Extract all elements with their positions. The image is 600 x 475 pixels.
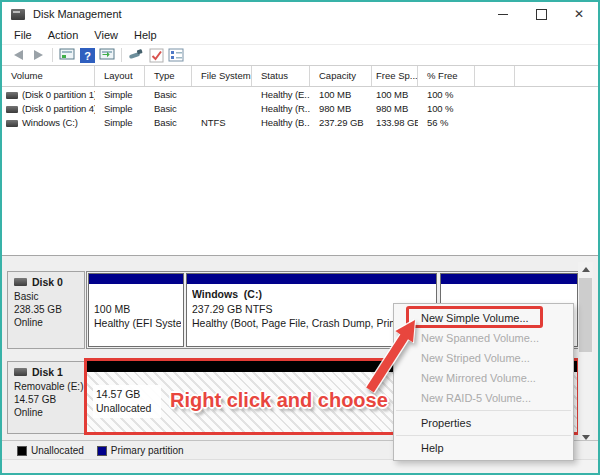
- scrollbar-thumb[interactable]: [579, 278, 592, 352]
- col-file-system[interactable]: File System: [192, 66, 252, 86]
- legend-unallocated-label: Unallocated: [31, 445, 84, 456]
- col-empty: [475, 66, 515, 86]
- menu-separator: [396, 410, 571, 411]
- menu-file[interactable]: File: [6, 29, 40, 41]
- col-volume[interactable]: Volume: [2, 66, 95, 86]
- scroll-up-button[interactable]: [578, 262, 593, 276]
- unallocated-label: 14.57 GB Unallocated: [93, 385, 161, 418]
- disk-tool-button[interactable]: [126, 46, 146, 64]
- cell-volume: Windows (C:): [22, 116, 78, 130]
- back-button[interactable]: [8, 46, 28, 64]
- cell-pct-free: 100 %: [418, 102, 475, 116]
- partition-color-bar: [441, 274, 577, 284]
- svg-text:?: ?: [84, 49, 91, 61]
- cell-pct-free: 100 %: [418, 88, 475, 102]
- cell-status: Healthy (R...: [252, 102, 310, 116]
- cell-capacity: 237.29 GB: [310, 116, 372, 130]
- table-row[interactable]: (Disk 0 partition 4) Simple Basic Health…: [2, 102, 598, 116]
- legend-primary-partition-label: Primary partition: [111, 445, 184, 456]
- partition-size: 100 MB: [94, 303, 181, 315]
- menu-bar: File Action View Help: [2, 26, 598, 45]
- disk1-type: Removable (E:): [14, 380, 84, 393]
- disk-tool-icon: [128, 48, 144, 62]
- partition-color-bar: [187, 274, 436, 284]
- menu-item-new-striped-volume: New Striped Volume...: [394, 348, 573, 368]
- col-free-space[interactable]: Free Sp...: [372, 66, 418, 86]
- minimize-icon: [498, 14, 508, 15]
- forward-button[interactable]: [28, 46, 48, 64]
- volume-list: Volume Layout Type File System Status Ca…: [2, 65, 598, 256]
- disk0-type: Basic: [14, 290, 84, 303]
- disk0-size: 238.35 GB: [14, 303, 84, 316]
- help-button[interactable]: ?: [77, 46, 97, 64]
- col-layout[interactable]: Layout: [95, 66, 145, 86]
- table-row[interactable]: Windows (C:) Simple Basic NTFS Healthy (…: [2, 116, 598, 130]
- disk0-partition-1[interactable]: 100 MB Healthy (EFI System: [88, 273, 184, 347]
- cell-free-space: 980 MB: [372, 102, 418, 116]
- col-pct-free[interactable]: % Free: [418, 66, 475, 86]
- col-filler: [515, 66, 598, 86]
- disk-icon: [14, 368, 27, 376]
- volume-table-header: Volume Layout Type File System Status Ca…: [2, 66, 598, 87]
- cell-free-space: 100 MB: [372, 88, 418, 102]
- close-button[interactable]: ✕: [560, 2, 598, 26]
- menu-item-properties[interactable]: Properties: [394, 413, 573, 433]
- disk1-name: Disk 1: [32, 366, 63, 378]
- cell-volume: (Disk 0 partition 4): [22, 102, 95, 116]
- app-icon: [11, 9, 25, 20]
- partition-color-bar: [89, 274, 183, 284]
- menu-separator: [396, 435, 571, 436]
- console-window-icon: [59, 48, 75, 62]
- minimize-button[interactable]: [484, 2, 522, 26]
- title-bar: Disk Management ✕: [2, 2, 598, 26]
- cell-file-system: NTFS: [192, 116, 252, 130]
- check-disk-button[interactable]: [146, 46, 166, 64]
- properties-list-button[interactable]: [166, 46, 186, 64]
- menu-item-new-spanned-volume: New Spanned Volume...: [394, 328, 573, 348]
- window-title: Disk Management: [33, 8, 122, 20]
- disk1-label-panel[interactable]: Disk 1 Removable (E:) 14.57 GB Online: [7, 361, 85, 434]
- partition-name: Windows (C:): [192, 288, 434, 300]
- disk1-size: 14.57 GB: [14, 393, 84, 406]
- menu-item-new-mirrored-volume: New Mirrored Volume...: [394, 368, 573, 388]
- col-status[interactable]: Status: [252, 66, 310, 86]
- close-icon: ✕: [574, 8, 584, 20]
- cell-capacity: 100 MB: [310, 88, 372, 102]
- table-row[interactable]: (Disk 0 partition 1) Simple Basic Health…: [2, 88, 598, 102]
- menu-action[interactable]: Action: [40, 29, 87, 41]
- maximize-button[interactable]: [522, 2, 560, 26]
- cell-pct-free: 56 %: [418, 116, 475, 130]
- disk-icon: [14, 278, 27, 286]
- highlight-box: [406, 306, 543, 328]
- primary-partition-swatch: [97, 446, 107, 456]
- partition-status: Healthy (EFI System: [94, 317, 181, 329]
- volume-icon: [6, 120, 18, 127]
- cell-status: Healthy (E...: [252, 88, 310, 102]
- volume-icon: [6, 106, 18, 113]
- cell-capacity: 980 MB: [310, 102, 372, 116]
- volume-icon: [6, 92, 18, 99]
- col-capacity[interactable]: Capacity: [310, 66, 372, 86]
- console-window-button[interactable]: [57, 46, 77, 64]
- menu-view[interactable]: View: [86, 29, 126, 41]
- cell-layout: Simple: [95, 102, 145, 116]
- disk0-label-panel[interactable]: Disk 0 Basic 238.35 GB Online: [7, 271, 85, 349]
- back-arrow-icon: [14, 50, 23, 60]
- menu-item-help[interactable]: Help: [394, 438, 573, 458]
- toolbar-separator: [52, 48, 53, 62]
- toolbar-separator: [121, 48, 122, 62]
- vertical-scrollbar[interactable]: [578, 262, 593, 444]
- disk0-status: Online: [14, 316, 84, 329]
- status-strip: [2, 459, 598, 474]
- forward-arrow-icon: [34, 50, 43, 60]
- cell-file-system: [192, 102, 252, 116]
- cell-layout: Simple: [95, 116, 145, 130]
- cell-free-space: 133.98 GB: [372, 116, 418, 130]
- cell-file-system: [192, 88, 252, 102]
- menu-help[interactable]: Help: [126, 29, 165, 41]
- col-type[interactable]: Type: [145, 66, 192, 86]
- console-tree-icon: [99, 48, 115, 62]
- partition-size: 14.57 GB: [96, 387, 151, 401]
- console-tree-button[interactable]: [97, 46, 117, 64]
- menu-item-new-raid5-volume: New RAID-5 Volume...: [394, 388, 573, 408]
